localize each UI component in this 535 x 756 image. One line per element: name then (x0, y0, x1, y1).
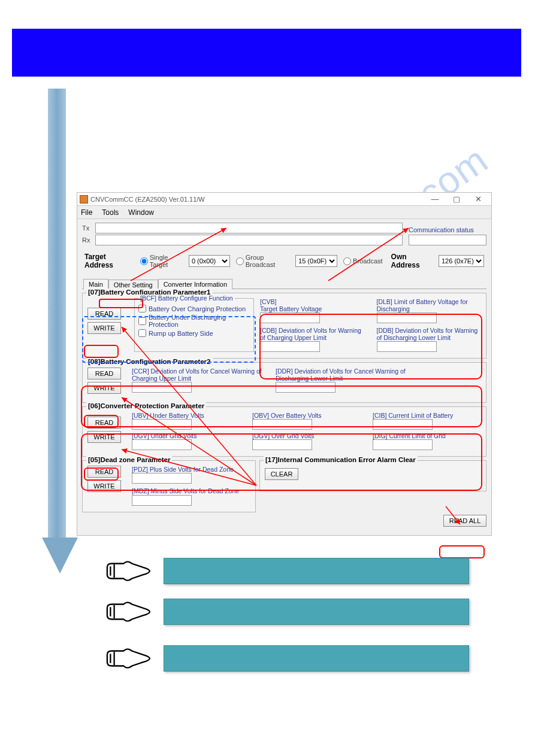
cdb-field[interactable] (260, 341, 320, 352)
comm-status-field (409, 235, 486, 245)
mdz-label: [MDZ] Minus Side Volts for Dead Zone (132, 487, 250, 494)
step-bar-1 (164, 558, 469, 584)
group-08: [08]Battery Configuration Parameter2 REA… (82, 362, 486, 403)
menu-tools[interactable]: Tools (102, 208, 119, 217)
g06-write-button[interactable]: WRITE (87, 431, 121, 443)
own-address-select[interactable]: 126 (0x7E) (439, 255, 484, 267)
g08-read-button[interactable]: READ (87, 368, 121, 379)
radio-broadcast[interactable] (343, 257, 351, 265)
radio-single-target[interactable] (140, 257, 148, 265)
radio-single-target-label: Single Target (150, 254, 186, 268)
tab-main[interactable]: Main (83, 279, 108, 289)
radio-group-broadcast-label: Group Broadcast (246, 254, 293, 268)
app-icon (80, 195, 88, 204)
g08-write-button[interactable]: WRITE (87, 382, 121, 394)
g07-read-button[interactable]: READ (87, 308, 121, 320)
flow-arrow-down (42, 89, 72, 682)
ddr-label: [DDR] Deviation of Volts for Cancel Warn… (276, 368, 413, 382)
radio-broadcast-label: Broadcast (353, 257, 383, 265)
g05-write-button[interactable]: WRITE (87, 480, 121, 492)
pointer-hand-icon (105, 599, 152, 625)
address-row: Target Address Single Target 0 (0x00) Gr… (82, 251, 486, 271)
tab-strip: Main Other Setting Converter Information (82, 279, 486, 289)
menu-file[interactable]: File (81, 208, 92, 217)
cib-field[interactable] (373, 419, 433, 430)
step-row-2 (105, 599, 469, 625)
mdz-field[interactable] (132, 495, 192, 506)
bcf-title: [BCF] Battery Configure Function (138, 294, 235, 302)
group-broadcast-select[interactable]: 15 (0x0F) (295, 255, 337, 267)
single-target-select[interactable]: 0 (0x00) (189, 255, 230, 267)
pointer-hand-icon (105, 645, 152, 672)
group-07: [07]Battery Configuration Parameter1 REA… (82, 293, 486, 359)
cb-over-charging-label: Battery Over Charging Protection (149, 305, 246, 312)
g17-clear-button[interactable]: CLEAR (265, 468, 298, 480)
group-17-title: [17]Internal Communication Error Alarm C… (264, 456, 418, 463)
cb-rump-up-label: Rump up Battery Side (149, 330, 213, 337)
group-17: [17]Internal Communication Error Alarm C… (259, 460, 486, 491)
ugv-label: [UGV] Under Grid Volts (132, 432, 240, 439)
group-06-title: [06]Converter Protection Parameter (86, 402, 206, 409)
step-bar-2 (164, 599, 469, 625)
title-bar: CNVCommCC (EZA2500) Ver.01.11/W — ▢ ✕ (77, 193, 491, 206)
window-close-button[interactable]: ✕ (467, 193, 489, 205)
dlb-field[interactable] (377, 312, 437, 323)
bcf-fieldset: [BCF] Battery Configure Function Battery… (134, 298, 254, 352)
obv-field[interactable] (252, 419, 312, 430)
ogv-label: [OGV] Over Grid Volts (252, 432, 361, 439)
comm-status-label: Communication status (409, 226, 486, 233)
own-address-label: Own Address (391, 253, 435, 269)
dig-field[interactable] (373, 439, 433, 450)
pdz-label: [PDZ] Plus Side Volts for Dead Zone (132, 466, 250, 473)
menu-window[interactable]: Window (128, 208, 154, 217)
window-title: CNVCommCC (EZA2500) Ver.01.11/W (90, 196, 424, 203)
g07-write-button[interactable]: WRITE (87, 322, 121, 334)
window-minimize-button[interactable]: — (424, 193, 446, 205)
group-05: [05]Dead zone Parameter READ WRITE [PDZ]… (82, 460, 256, 512)
step-row-1 (105, 558, 469, 584)
obv-label: [OBV] Over Battery Volts (252, 412, 361, 419)
tx-field[interactable] (95, 223, 403, 233)
group-08-title: [08]Battery Configuration Parameter2 (86, 358, 213, 365)
app-window: CNVCommCC (EZA2500) Ver.01.11/W — ▢ ✕ Fi… (77, 192, 492, 536)
cdb-label: [CDB] Deviation of Volts for Warning of … (260, 327, 365, 341)
doc-header-banner (12, 29, 521, 77)
cib-label: [CIB] Current Limit of Battery (373, 412, 481, 419)
window-maximize-button[interactable]: ▢ (446, 193, 467, 205)
ogv-field[interactable] (252, 439, 312, 450)
rx-field[interactable] (95, 235, 403, 245)
highlight-readall (439, 545, 485, 558)
cvb-field[interactable] (260, 312, 320, 323)
cb-under-discharging-label: Battery Under Discharging Protection (149, 314, 250, 328)
ugv-field[interactable] (132, 439, 192, 450)
cb-rump-up[interactable] (138, 329, 146, 337)
pdz-field[interactable] (132, 473, 192, 484)
dlb-label: [DLB] Limit of Battery Voltage for Disch… (377, 298, 482, 312)
ubv-label: [UBV] Under Battery Volts (132, 412, 240, 419)
tab-converter-information[interactable]: Converter Information (158, 279, 232, 289)
radio-group-broadcast[interactable] (236, 257, 244, 265)
g06-read-button[interactable]: READ (87, 417, 121, 429)
ubv-field[interactable] (132, 419, 192, 430)
target-address-label: Target Address (84, 253, 134, 269)
group-05-title: [05]Dead zone Parameter (86, 456, 172, 463)
menu-bar: File Tools Window (77, 206, 491, 219)
ccr-field[interactable] (132, 382, 192, 393)
cb-over-charging[interactable] (138, 305, 146, 312)
tx-label: Tx (82, 224, 95, 232)
group-06: [06]Converter Protection Parameter READ … (82, 406, 486, 457)
read-all-button[interactable]: READ ALL (443, 515, 486, 527)
ddb-field[interactable] (377, 341, 437, 352)
cvb-label: [CVB] Target Battery Voltage (260, 298, 365, 312)
dig-label: [DIG] Current Limit of Grid (373, 432, 481, 439)
g05-read-button[interactable]: READ (87, 466, 121, 478)
pointer-hand-icon (105, 558, 152, 584)
ddr-field[interactable] (276, 382, 335, 393)
step-row-3 (105, 645, 469, 672)
cb-under-discharging[interactable] (138, 317, 146, 325)
rx-label: Rx (82, 236, 95, 244)
ccr-label: [CCR] Deviation of Volts for Cancel Warn… (132, 368, 270, 382)
ddb-label: [DDB] Deviation of Volts for Warning of … (377, 327, 482, 341)
step-bar-3 (164, 645, 469, 672)
